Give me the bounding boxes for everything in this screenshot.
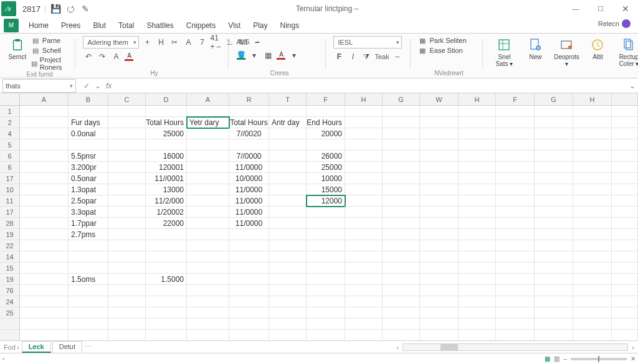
col-header[interactable]: F bbox=[496, 93, 535, 106]
cell[interactable] bbox=[535, 274, 573, 285]
cell[interactable] bbox=[108, 274, 146, 285]
cell[interactable] bbox=[420, 296, 459, 307]
scroll-left-icon[interactable]: ‹ bbox=[2, 355, 4, 362]
cell[interactable]: 2.7pms bbox=[69, 229, 108, 240]
cell[interactable] bbox=[535, 139, 573, 151]
cell[interactable] bbox=[345, 240, 383, 251]
cell[interactable] bbox=[420, 251, 459, 263]
cell[interactable] bbox=[383, 229, 420, 240]
cell[interactable]: 1.5oms bbox=[69, 274, 108, 285]
cell[interactable] bbox=[459, 274, 496, 285]
cell[interactable] bbox=[69, 251, 108, 263]
minimize-button[interactable]: — bbox=[563, 0, 588, 17]
cell[interactable] bbox=[420, 319, 459, 330]
cell[interactable] bbox=[307, 229, 345, 240]
cell[interactable] bbox=[573, 184, 612, 195]
cell[interactable] bbox=[573, 285, 612, 296]
cell[interactable] bbox=[420, 117, 459, 128]
cell[interactable] bbox=[229, 319, 269, 330]
menu-tab-prees[interactable]: Prees bbox=[55, 19, 87, 32]
cell[interactable] bbox=[69, 240, 108, 251]
cell[interactable] bbox=[108, 173, 146, 184]
cell[interactable] bbox=[269, 296, 307, 307]
cell[interactable] bbox=[383, 173, 420, 184]
cell[interactable] bbox=[459, 296, 496, 307]
cell[interactable]: 10/0000 bbox=[229, 173, 269, 184]
cell[interactable] bbox=[345, 274, 383, 285]
cell[interactable] bbox=[269, 207, 307, 218]
expand-formula-icon[interactable]: ⌄ bbox=[627, 82, 638, 90]
cell[interactable] bbox=[345, 319, 383, 330]
cell[interactable] bbox=[345, 218, 383, 229]
cell[interactable]: Total Hours bbox=[229, 117, 269, 128]
cell[interactable] bbox=[269, 218, 307, 229]
hscroll-track[interactable] bbox=[402, 343, 628, 351]
user-chip[interactable]: Relecn bbox=[598, 19, 631, 28]
cell[interactable]: 7//0020 bbox=[229, 128, 269, 139]
snel-button[interactable]: Snel Sats ▾ bbox=[490, 36, 518, 67]
cell[interactable] bbox=[20, 173, 69, 184]
cell[interactable] bbox=[496, 139, 535, 151]
cell[interactable] bbox=[146, 229, 187, 240]
col-header[interactable]: D bbox=[146, 93, 187, 106]
cell[interactable] bbox=[383, 184, 420, 195]
row-header[interactable]: 17 bbox=[0, 173, 20, 184]
cell[interactable] bbox=[108, 117, 146, 128]
cell[interactable] bbox=[420, 330, 459, 340]
cell[interactable] bbox=[69, 106, 108, 117]
font-tool[interactable]: A bbox=[110, 51, 121, 62]
cell[interactable] bbox=[229, 307, 269, 319]
cell[interactable] bbox=[535, 162, 573, 173]
cell[interactable] bbox=[307, 106, 345, 117]
cell[interactable] bbox=[20, 117, 69, 128]
cell[interactable] bbox=[269, 229, 307, 240]
cell[interactable] bbox=[573, 296, 612, 307]
cell[interactable] bbox=[383, 285, 420, 296]
fx-icon[interactable]: fx bbox=[106, 82, 112, 90]
cell[interactable] bbox=[535, 195, 573, 207]
cell[interactable] bbox=[383, 218, 420, 229]
filter-icon[interactable]: ⧩ bbox=[361, 51, 372, 62]
cell[interactable] bbox=[573, 128, 612, 139]
cell[interactable] bbox=[345, 296, 383, 307]
cell[interactable] bbox=[383, 330, 420, 340]
cell[interactable] bbox=[420, 263, 459, 274]
cell[interactable] bbox=[307, 285, 345, 296]
cell[interactable] bbox=[20, 330, 69, 340]
font-tool[interactable]: 41 + – bbox=[210, 37, 221, 48]
cell[interactable]: 15000 bbox=[307, 184, 345, 195]
cell[interactable] bbox=[345, 184, 383, 195]
cell[interactable] bbox=[383, 139, 420, 151]
cell[interactable]: 1.7ppar bbox=[69, 218, 108, 229]
cell[interactable] bbox=[307, 240, 345, 251]
cell[interactable] bbox=[146, 307, 187, 319]
cell[interactable]: 10000 bbox=[307, 173, 345, 184]
cell[interactable]: 3.200pr bbox=[69, 162, 108, 173]
row-header[interactable]: 28 bbox=[0, 218, 20, 229]
font-combo[interactable]: Adering them▾ bbox=[83, 36, 139, 49]
row-header[interactable]: 17 bbox=[0, 207, 20, 218]
cell[interactable] bbox=[307, 319, 345, 330]
cell[interactable] bbox=[383, 263, 420, 274]
cell[interactable] bbox=[345, 162, 383, 173]
col-header[interactable]: F bbox=[307, 93, 345, 106]
hscroll-right-icon[interactable]: › bbox=[628, 343, 638, 352]
cell[interactable]: 16000 bbox=[146, 151, 187, 162]
cell[interactable] bbox=[459, 207, 496, 218]
cell[interactable] bbox=[420, 229, 459, 240]
cell[interactable] bbox=[420, 195, 459, 207]
cell[interactable] bbox=[573, 151, 612, 162]
row-header[interactable]: 2 bbox=[0, 117, 20, 128]
zoom-in-button[interactable]: ✕ bbox=[631, 355, 636, 362]
cell[interactable] bbox=[496, 162, 535, 173]
cell[interactable] bbox=[69, 319, 108, 330]
cell[interactable] bbox=[269, 151, 307, 162]
row-header[interactable]: 15 bbox=[0, 263, 20, 274]
col-header[interactable]: G bbox=[535, 93, 573, 106]
cell[interactable] bbox=[496, 184, 535, 195]
cell[interactable] bbox=[146, 319, 187, 330]
cell[interactable] bbox=[535, 307, 573, 319]
cell[interactable] bbox=[573, 240, 612, 251]
cell[interactable]: 1/20002 bbox=[146, 207, 187, 218]
cell[interactable] bbox=[269, 330, 307, 340]
